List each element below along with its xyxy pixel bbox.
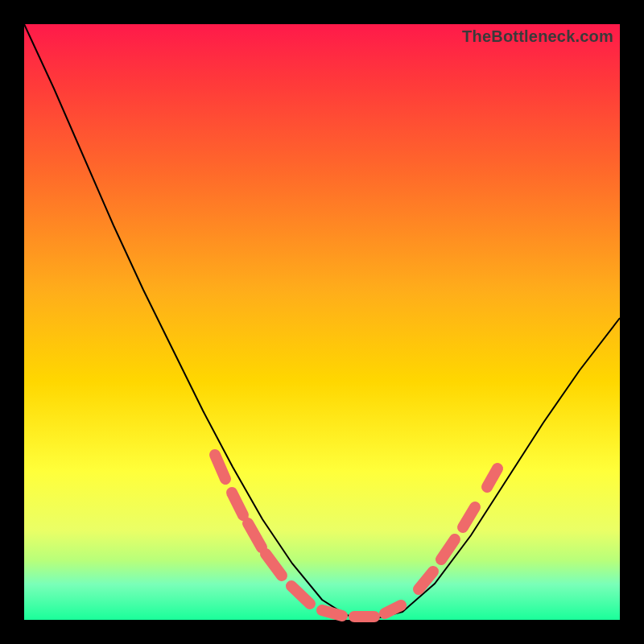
highlight-segment <box>232 493 243 515</box>
highlight-segment <box>463 507 475 527</box>
highlight-segment <box>266 554 282 576</box>
highlight-segment <box>215 455 225 479</box>
highlight-segment <box>291 586 310 604</box>
highlight-segment <box>248 523 262 547</box>
highlight-segment <box>385 605 401 613</box>
highlight-segments <box>215 455 497 617</box>
bottleneck-curve <box>24 24 620 620</box>
watermark-label: TheBottleneck.com <box>462 27 613 46</box>
highlight-segment <box>487 469 497 487</box>
highlight-segment <box>322 610 342 616</box>
chart-svg <box>24 24 620 620</box>
highlight-segment <box>441 539 455 559</box>
